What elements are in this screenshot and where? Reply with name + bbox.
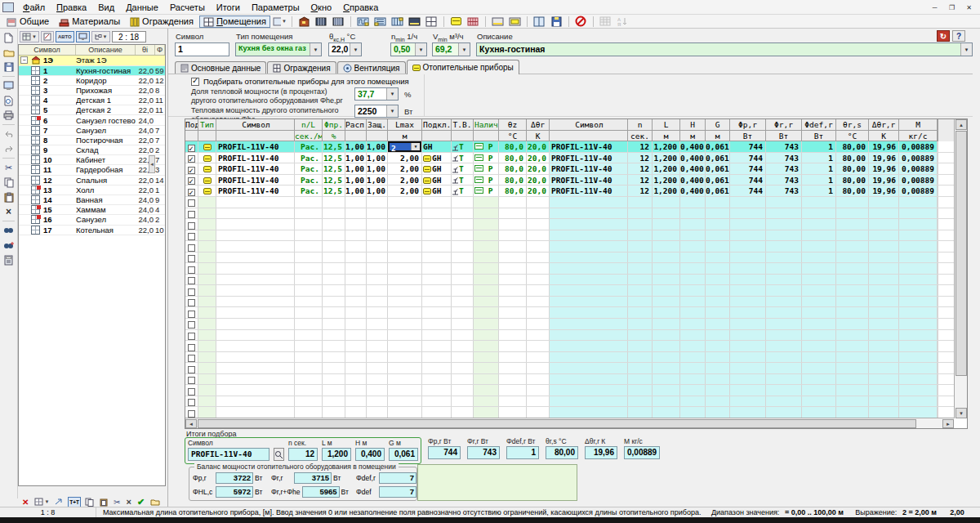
tree-room-row[interactable]: 13 Холл 22,0 1 (19, 186, 165, 195)
empty-heater-row[interactable] (185, 253, 967, 264)
tree-room-row[interactable]: 14 Ванная 24,0 9 (19, 195, 165, 205)
tab-main-data[interactable]: Основные данные (175, 61, 266, 74)
heater-row[interactable]: PROFIL-11V-40 Рас. 12,5 1,00 1,00 2,00 G… (185, 186, 967, 197)
no-heater-icon[interactable] (573, 16, 589, 28)
row-checkbox[interactable] (188, 177, 195, 185)
page-preview-icon[interactable] (1, 93, 16, 108)
empty-heater-row[interactable] (185, 241, 967, 253)
materials-button[interactable]: Материалы (55, 16, 124, 28)
swap-symbols-button[interactable]: Т+Т (68, 497, 81, 507)
fences-button[interactable]: Ограждения (126, 16, 198, 28)
row-checkbox[interactable] (188, 199, 195, 207)
table-icon[interactable] (598, 16, 613, 28)
tree-room-row[interactable]: 7 Санузел 24,0 7 (19, 126, 165, 136)
chevron-down-icon[interactable]: ▼ (350, 43, 361, 56)
copy-icon[interactable] (83, 497, 96, 507)
open-file-icon[interactable] (1, 45, 16, 60)
row-checkbox[interactable] (188, 388, 195, 396)
empty-heater-row[interactable] (185, 330, 967, 342)
tree-room-row[interactable]: 8 Постирочная 22,0 7 (19, 136, 165, 145)
row-checkbox[interactable] (188, 399, 195, 406)
sort-az-icon[interactable]: АЯ (615, 16, 630, 28)
nmin-select[interactable]: 0,50 ▼ (390, 42, 427, 56)
tab-heaters[interactable]: Отопительные приборы (407, 60, 519, 74)
help-button[interactable]: ? (952, 30, 965, 42)
empty-heater-row[interactable] (185, 363, 967, 374)
menu-item[interactable]: Файл (17, 1, 51, 14)
row-checkbox[interactable] (188, 299, 195, 306)
scroll-right-icon[interactable]: ► (942, 419, 954, 428)
tree-room-row[interactable]: 10 Кабинет 22,0 7 (19, 155, 165, 165)
empty-heater-row[interactable] (185, 275, 967, 286)
row-checkbox[interactable] (188, 189, 195, 196)
save-blue-icon[interactable] (549, 16, 564, 28)
scroll-left-icon[interactable]: ◄ (185, 419, 197, 428)
share-power-select[interactable]: 37,7 ▼ (354, 87, 399, 101)
redo-icon[interactable] (1, 141, 16, 156)
tree-room-row[interactable]: 1 Кухня-гостиная 22,0 59 (19, 66, 165, 76)
tree-floor-row[interactable]: − 1Э Этаж 1Э (19, 56, 165, 66)
panel-strip-icon[interactable] (490, 16, 506, 28)
row-checkbox[interactable] (188, 311, 195, 318)
menu-item[interactable]: Параметры (246, 1, 305, 14)
wall-panel-icon[interactable] (407, 16, 422, 28)
menu-item[interactable]: Справка (337, 1, 384, 14)
row-checkbox[interactable] (188, 233, 195, 240)
clear-icon[interactable]: × (124, 497, 132, 507)
row-checkbox[interactable] (188, 333, 195, 340)
open-icon[interactable] (149, 497, 162, 507)
scroll-thumb[interactable] (198, 419, 916, 428)
chevron-down-icon[interactable]: ▼ (960, 43, 972, 56)
row-checkbox[interactable] (188, 145, 195, 152)
menu-item[interactable]: Итоги (211, 1, 246, 14)
table-horizontal-scrollbar[interactable]: ◄ ► (185, 418, 954, 428)
heater-row[interactable]: PROFIL-11V-40 Рас. 12,5 1,00 1,00 2,00 G… (185, 153, 967, 164)
delete-icon[interactable]: × (1, 204, 16, 219)
tree-room-row[interactable]: 3 Прихожая 22,0 8 (19, 86, 165, 96)
empty-heater-row[interactable] (185, 297, 967, 308)
view-mode-dropdown-small[interactable]: ▼ (20, 31, 39, 42)
empty-heater-row[interactable] (185, 263, 967, 275)
empty-heater-row[interactable] (185, 219, 967, 230)
auto-button[interactable]: АВТО (56, 31, 74, 42)
scroll-down-icon[interactable]: ▼ (956, 408, 967, 418)
notes-box[interactable] (417, 464, 577, 501)
tree-room-row[interactable]: 5 Детская 2 22,0 11 (19, 105, 165, 115)
table-vertical-scrollbar[interactable]: ▲ ▼ (954, 119, 967, 418)
empty-heater-row[interactable] (185, 352, 967, 364)
room-type-select[interactable]: Кухня без окна газ ▼ (235, 42, 322, 56)
confirm-icon[interactable]: ✔ (136, 497, 146, 507)
monitor-button[interactable] (76, 31, 90, 42)
menu-item[interactable]: Окно (305, 1, 338, 14)
tree-room-row[interactable]: 17 Котельная 22,0 10 (19, 226, 165, 235)
empty-heater-row[interactable] (185, 374, 967, 386)
undo-icon[interactable] (1, 127, 16, 141)
new-file-icon[interactable] (1, 30, 16, 45)
tab-fences[interactable]: Ограждения (267, 61, 336, 74)
chevron-down-icon[interactable]: ▼ (458, 43, 470, 56)
add-room-dropdown[interactable]: ▼ (33, 497, 51, 507)
room-window-icon[interactable] (424, 16, 439, 28)
delete-room-icon[interactable]: ✕ (20, 497, 30, 507)
menu-item[interactable]: Вид (92, 1, 120, 14)
tree-room-row[interactable]: 11 Гардеробная 22,0 3 (19, 165, 165, 175)
row-checkbox[interactable] (188, 244, 195, 252)
radiator-sections-icon[interactable] (314, 16, 329, 28)
find-icon[interactable] (1, 223, 16, 238)
scale-button[interactable] (41, 31, 54, 42)
vmin-select[interactable]: 69,2 ▼ (432, 42, 470, 56)
checkbox-icon[interactable] (191, 78, 199, 86)
empty-heater-row[interactable] (185, 197, 967, 208)
tree-room-row[interactable]: 15 Хаммам 24,0 4 (19, 205, 165, 215)
row-checkbox[interactable] (188, 211, 195, 218)
lmax-edit-combo[interactable]: 2▼ (388, 141, 421, 152)
tree-room-row[interactable]: 16 Санузел 24,0 2 (19, 215, 165, 225)
empty-heater-row[interactable] (185, 208, 967, 220)
row-checkbox[interactable] (188, 167, 195, 174)
empty-heater-row[interactable] (185, 385, 967, 396)
symbol-input[interactable]: 1 (175, 42, 229, 56)
print-preview-icon[interactable] (1, 78, 16, 93)
chevron-down-icon[interactable]: ▼ (310, 43, 321, 56)
row-checkbox[interactable] (188, 266, 195, 274)
tree-room-row[interactable]: 12 Спальня 22,0 14 (19, 176, 165, 186)
